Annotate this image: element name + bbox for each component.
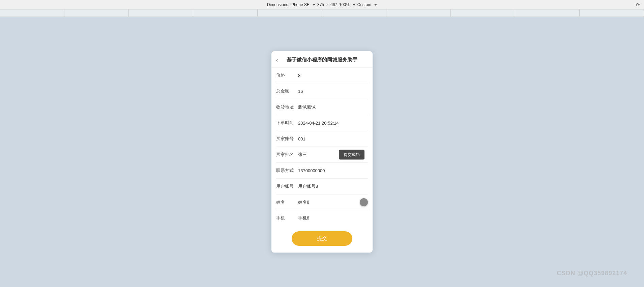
- ruler-tab-5: [258, 9, 322, 17]
- toast-message: 提交成功: [339, 150, 364, 160]
- label-address: 收货地址: [276, 104, 298, 110]
- form-row-user-account: 用户账号 用户账号8: [276, 179, 368, 194]
- custom-label[interactable]: Custom: [357, 2, 371, 7]
- value-total: 16: [298, 89, 368, 94]
- label-user-account: 用户账号: [276, 183, 298, 189]
- form-row-name: 姓名 姓名8: [276, 194, 368, 210]
- value-order-time: 2024-04-21 20:52:14: [298, 121, 368, 126]
- value-name: 姓名8: [298, 199, 368, 205]
- height-value: 667: [330, 2, 337, 7]
- main-area: ‹ 基于微信小程序的同城服务助手 价格 8 总金额 16 收货地址 测试测试 下…: [0, 17, 644, 287]
- ruler-tab-3: [129, 9, 193, 17]
- width-value: 375: [317, 2, 324, 7]
- toolbar: Dimensions: iPhone SE 375 × 667 100% Cus…: [0, 0, 644, 9]
- form-row-order-time: 下单时间 2024-04-21 20:52:14: [276, 115, 368, 131]
- label-contact: 联系方式: [276, 167, 298, 174]
- value-buyer-account: 001: [298, 136, 368, 141]
- ruler-tab-9: [515, 9, 580, 17]
- ruler-tab-6: [322, 9, 386, 17]
- label-buyer-name: 买家姓名: [276, 152, 298, 158]
- value-user-account: 用户账号8: [298, 183, 368, 189]
- value-phone: 手机8: [298, 215, 368, 221]
- form-row-phone: 手机 手机8: [276, 210, 368, 226]
- form-row-total: 总金额 16: [276, 83, 368, 99]
- toolbar-center: Dimensions: iPhone SE 375 × 667 100% Cus…: [267, 2, 377, 7]
- label-name: 姓名: [276, 199, 298, 205]
- dimensions-label: Dimensions: iPhone SE: [267, 2, 310, 7]
- form-row-address: 收货地址 测试测试: [276, 99, 368, 115]
- ruler-tab-1: [0, 9, 64, 17]
- ruler-tab-4: [193, 9, 258, 17]
- page-title: 基于微信小程序的同城服务助手: [276, 57, 368, 63]
- sync-icon[interactable]: ⟳: [636, 2, 640, 7]
- ruler-row: [0, 9, 644, 17]
- chevron-down-icon: [312, 2, 315, 7]
- label-buyer-account: 买家账号: [276, 136, 298, 142]
- label-total: 总金额: [276, 88, 298, 94]
- submit-area: 提交: [271, 226, 373, 253]
- value-address: 测试测试: [298, 104, 368, 110]
- form-row-buyer-account: 买家账号 001: [276, 131, 368, 147]
- toolbar-right: ⟳: [636, 2, 640, 7]
- value-price: 8: [298, 73, 368, 78]
- form-row-buyer-name: 买家姓名 张三 提交成功: [276, 147, 368, 163]
- page-header: ‹ 基于微信小程序的同城服务助手: [271, 51, 373, 68]
- back-button[interactable]: ‹: [276, 57, 278, 63]
- custom-chevron-icon: [373, 2, 377, 7]
- label-phone: 手机: [276, 215, 298, 221]
- sep: ×: [326, 2, 328, 7]
- ruler-tab-2: [64, 9, 129, 17]
- submit-button[interactable]: 提交: [292, 231, 352, 246]
- form-body: 价格 8 总金额 16 收货地址 测试测试 下单时间 2024-04-21 20…: [271, 68, 373, 226]
- label-order-time: 下单时间: [276, 120, 298, 126]
- form-row-price: 价格 8: [276, 68, 368, 83]
- slider-handle[interactable]: [360, 198, 368, 206]
- ruler-tab-10: [580, 9, 644, 17]
- label-price: 价格: [276, 72, 298, 78]
- phone-frame: ‹ 基于微信小程序的同城服务助手 价格 8 总金额 16 收货地址 测试测试 下…: [271, 51, 373, 253]
- watermark: CSDN @QQ359892174: [557, 270, 627, 277]
- zoom-chevron-icon: [352, 2, 355, 7]
- ruler-tab-7: [386, 9, 451, 17]
- value-contact: 13700000000: [298, 168, 368, 173]
- zoom-value: 100%: [339, 2, 350, 7]
- ruler-tab-8: [451, 9, 515, 17]
- form-row-contact: 联系方式 13700000000: [276, 163, 368, 179]
